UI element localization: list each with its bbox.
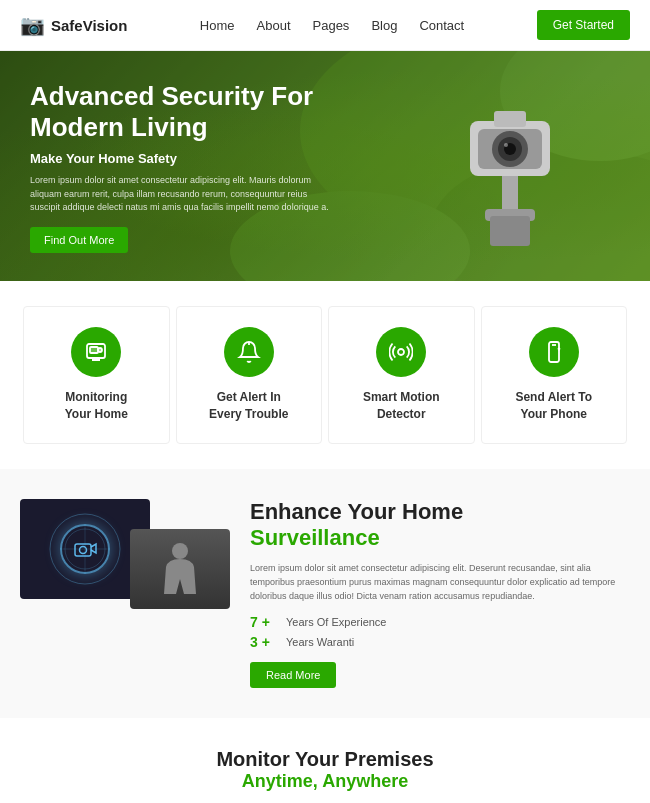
surveillance-stats: 7 + Years Of Experience 3 + Years Warant… xyxy=(250,614,630,650)
svg-rect-13 xyxy=(494,111,526,127)
feature-card-alert: Get Alert InEvery Trouble xyxy=(176,306,323,444)
stat-row-warranty: 3 + Years Waranti xyxy=(250,634,630,650)
nav-contact[interactable]: Contact xyxy=(419,18,464,33)
feature-card-phone: Send Alert ToYour Phone xyxy=(481,306,628,444)
surveillance-images xyxy=(20,499,230,629)
monitor-subheading: Anytime, Anywhere xyxy=(20,771,630,792)
surveillance-heading-green: Surveillance xyxy=(250,525,630,551)
nav-about[interactable]: About xyxy=(257,18,291,33)
logo-icon: 📷 xyxy=(20,13,45,37)
read-more-button[interactable]: Read More xyxy=(250,662,336,688)
surveillance-content: Enhance Your Home Surveillance Lorem ips… xyxy=(230,499,630,688)
feature-card-motion: Smart MotionDetector xyxy=(328,306,475,444)
stat-label-experience: Years Of Experience xyxy=(286,616,386,628)
stat-row-experience: 7 + Years Of Experience xyxy=(250,614,630,630)
svg-point-18 xyxy=(398,349,404,355)
feature-alert-title: Get Alert InEvery Trouble xyxy=(189,389,310,423)
hero-subtitle: Make Your Home Safety xyxy=(30,151,330,166)
hero-headline: Advanced Security For Modern Living xyxy=(30,81,330,143)
stat-number-warranty: 3 + xyxy=(250,634,278,650)
svg-point-16 xyxy=(98,348,102,352)
monitoring-icon xyxy=(71,327,121,377)
phone-icon xyxy=(529,327,579,377)
get-started-button[interactable]: Get Started xyxy=(537,10,630,40)
nav-pages[interactable]: Pages xyxy=(313,18,350,33)
find-out-button[interactable]: Find Out More xyxy=(30,227,128,253)
nav-home[interactable]: Home xyxy=(200,18,235,33)
stat-number-experience: 7 + xyxy=(250,614,278,630)
surveillance-heading: Enhance Your Home xyxy=(250,499,630,525)
features-section: MonitoringYour Home Get Alert InEvery Tr… xyxy=(0,281,650,469)
camera-svg xyxy=(430,61,590,261)
alert-icon xyxy=(224,327,274,377)
svg-rect-12 xyxy=(490,216,530,246)
surveillance-image-2 xyxy=(130,529,230,609)
logo-text: SafeVision xyxy=(51,17,127,34)
logo[interactable]: 📷 SafeVision xyxy=(20,13,127,37)
nav-blog[interactable]: Blog xyxy=(371,18,397,33)
monitor-section: Monitor Your Premises Anytime, Anywhere xyxy=(0,718,650,803)
surveillance-description: Lorem ipsum dolor sit amet consectetur a… xyxy=(250,561,630,604)
monitor-heading: Monitor Your Premises xyxy=(20,748,630,771)
nav-links: Home About Pages Blog Contact xyxy=(200,16,464,34)
navbar: 📷 SafeVision Home About Pages Blog Conta… xyxy=(0,0,650,51)
person-silhouette xyxy=(130,529,230,609)
motion-icon xyxy=(376,327,426,377)
hero-camera-image xyxy=(430,61,590,261)
stat-label-warranty: Years Waranti xyxy=(286,636,354,648)
feature-card-monitoring: MonitoringYour Home xyxy=(23,306,170,444)
surveillance-section: Enhance Your Home Surveillance Lorem ips… xyxy=(0,469,650,718)
hero-description: Lorem ipsum dolor sit amet consectetur a… xyxy=(30,174,330,215)
feature-monitoring-title: MonitoringYour Home xyxy=(36,389,157,423)
svg-point-27 xyxy=(172,543,188,559)
svg-rect-15 xyxy=(90,347,98,353)
hero-section: Advanced Security For Modern Living Make… xyxy=(0,51,650,281)
feature-motion-title: Smart MotionDetector xyxy=(341,389,462,423)
feature-phone-title: Send Alert ToYour Phone xyxy=(494,389,615,423)
svg-point-9 xyxy=(504,143,508,147)
hero-content: Advanced Security For Modern Living Make… xyxy=(30,81,330,253)
